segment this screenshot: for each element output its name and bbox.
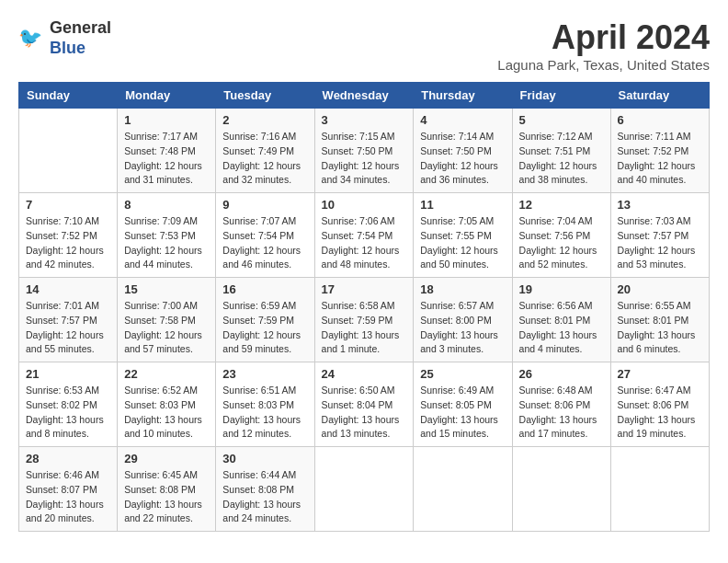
day-number: 16 [222,282,307,296]
day-number: 3 [322,113,407,127]
location-subtitle: Laguna Park, Texas, United States [497,57,710,73]
calendar-cell [314,447,414,532]
calendar-cell: 6Sunrise: 7:11 AM Sunset: 7:52 PM Daylig… [610,109,709,193]
calendar-week-5: 28Sunrise: 6:46 AM Sunset: 8:07 PM Dayli… [19,447,710,532]
logo: 🐦 General Blue [18,18,111,58]
day-info: Sunrise: 7:14 AM Sunset: 7:50 PM Dayligh… [420,130,505,188]
calendar-cell: 30Sunrise: 6:44 AM Sunset: 8:08 PM Dayli… [216,447,314,532]
calendar-cell: 28Sunrise: 6:46 AM Sunset: 8:07 PM Dayli… [19,447,118,532]
day-header-saturday: Saturday [610,83,709,109]
day-info: Sunrise: 6:57 AM Sunset: 8:00 PM Dayligh… [420,299,505,357]
day-info: Sunrise: 7:11 AM Sunset: 7:52 PM Dayligh… [618,130,702,188]
calendar-header: SundayMondayTuesdayWednesdayThursdayFrid… [19,83,710,109]
calendar-cell: 15Sunrise: 7:00 AM Sunset: 7:58 PM Dayli… [118,278,216,362]
calendar-cell: 1Sunrise: 7:17 AM Sunset: 7:48 PM Daylig… [118,109,216,193]
day-number: 15 [124,282,209,296]
calendar-table: SundayMondayTuesdayWednesdayThursdayFrid… [18,82,710,532]
day-info: Sunrise: 7:15 AM Sunset: 7:50 PM Dayligh… [322,130,407,188]
calendar-week-1: 1Sunrise: 7:17 AM Sunset: 7:48 PM Daylig… [19,109,710,193]
day-number: 20 [618,282,702,296]
calendar-cell: 20Sunrise: 6:55 AM Sunset: 8:01 PM Dayli… [610,278,709,362]
day-info: Sunrise: 6:45 AM Sunset: 8:08 PM Dayligh… [124,468,209,526]
calendar-cell: 26Sunrise: 6:48 AM Sunset: 8:06 PM Dayli… [512,362,610,447]
day-number: 22 [124,367,209,381]
calendar-week-2: 7Sunrise: 7:10 AM Sunset: 7:52 PM Daylig… [19,193,710,278]
day-number: 4 [420,113,505,127]
day-number: 1 [124,113,209,127]
day-number: 23 [222,367,307,381]
calendar-cell: 14Sunrise: 7:01 AM Sunset: 7:57 PM Dayli… [19,278,118,362]
calendar-cell: 24Sunrise: 6:50 AM Sunset: 8:04 PM Dayli… [314,362,414,447]
day-info: Sunrise: 7:10 AM Sunset: 7:52 PM Dayligh… [26,214,110,272]
day-info: Sunrise: 7:16 AM Sunset: 7:49 PM Dayligh… [222,130,307,188]
day-number: 2 [222,113,307,127]
day-info: Sunrise: 7:12 AM Sunset: 7:51 PM Dayligh… [519,130,604,188]
day-header-tuesday: Tuesday [216,83,314,109]
calendar-cell: 21Sunrise: 6:53 AM Sunset: 8:02 PM Dayli… [19,362,118,447]
calendar-cell: 16Sunrise: 6:59 AM Sunset: 7:59 PM Dayli… [216,278,314,362]
calendar-cell [414,447,512,532]
calendar-cell: 8Sunrise: 7:09 AM Sunset: 7:53 PM Daylig… [118,193,216,278]
day-info: Sunrise: 7:05 AM Sunset: 7:55 PM Dayligh… [420,214,505,272]
day-number: 28 [26,452,110,465]
day-number: 8 [124,198,209,212]
day-header-sunday: Sunday [19,83,118,109]
day-number: 21 [26,367,110,381]
calendar-cell: 4Sunrise: 7:14 AM Sunset: 7:50 PM Daylig… [414,109,512,193]
logo-text: General Blue [50,18,111,58]
day-number: 5 [519,113,604,127]
calendar-cell: 27Sunrise: 6:47 AM Sunset: 8:06 PM Dayli… [610,362,709,447]
day-info: Sunrise: 6:48 AM Sunset: 8:06 PM Dayligh… [519,384,604,442]
calendar-cell [610,447,709,532]
calendar-cell: 12Sunrise: 7:04 AM Sunset: 7:56 PM Dayli… [512,193,610,278]
day-info: Sunrise: 6:49 AM Sunset: 8:05 PM Dayligh… [420,384,505,442]
logo-icon: 🐦 [18,25,46,52]
day-header-thursday: Thursday [414,83,512,109]
day-number: 17 [322,282,407,296]
calendar-cell: 5Sunrise: 7:12 AM Sunset: 7:51 PM Daylig… [512,109,610,193]
day-number: 7 [26,198,110,212]
day-number: 9 [222,198,307,212]
day-number: 11 [420,198,505,212]
day-header-wednesday: Wednesday [314,83,414,109]
calendar-cell: 9Sunrise: 7:07 AM Sunset: 7:54 PM Daylig… [216,193,314,278]
calendar-cell [512,447,610,532]
day-info: Sunrise: 7:17 AM Sunset: 7:48 PM Dayligh… [124,130,209,188]
day-number: 25 [420,367,505,381]
day-header-friday: Friday [512,83,610,109]
calendar-cell: 13Sunrise: 7:03 AM Sunset: 7:57 PM Dayli… [610,193,709,278]
day-info: Sunrise: 7:01 AM Sunset: 7:57 PM Dayligh… [26,299,110,357]
calendar-week-3: 14Sunrise: 7:01 AM Sunset: 7:57 PM Dayli… [19,278,710,362]
day-info: Sunrise: 6:55 AM Sunset: 8:01 PM Dayligh… [618,299,702,357]
calendar-cell: 17Sunrise: 6:58 AM Sunset: 7:59 PM Dayli… [314,278,414,362]
day-number: 19 [519,282,604,296]
day-number: 13 [618,198,702,212]
day-info: Sunrise: 6:51 AM Sunset: 8:03 PM Dayligh… [222,384,307,442]
calendar-cell: 22Sunrise: 6:52 AM Sunset: 8:03 PM Dayli… [118,362,216,447]
day-info: Sunrise: 7:00 AM Sunset: 7:58 PM Dayligh… [124,299,209,357]
calendar-cell: 2Sunrise: 7:16 AM Sunset: 7:49 PM Daylig… [216,109,314,193]
day-info: Sunrise: 7:04 AM Sunset: 7:56 PM Dayligh… [519,214,604,272]
day-info: Sunrise: 6:53 AM Sunset: 8:02 PM Dayligh… [26,384,110,442]
header-row: SundayMondayTuesdayWednesdayThursdayFrid… [19,83,710,109]
svg-text:🐦: 🐦 [18,26,43,50]
day-number: 12 [519,198,604,212]
page-header: 🐦 General Blue April 2024 Laguna Park, T… [18,18,710,73]
calendar-cell: 29Sunrise: 6:45 AM Sunset: 8:08 PM Dayli… [118,447,216,532]
calendar-cell: 7Sunrise: 7:10 AM Sunset: 7:52 PM Daylig… [19,193,118,278]
day-number: 18 [420,282,505,296]
calendar-cell: 18Sunrise: 6:57 AM Sunset: 8:00 PM Dayli… [414,278,512,362]
day-info: Sunrise: 6:56 AM Sunset: 8:01 PM Dayligh… [519,299,604,357]
day-header-monday: Monday [118,83,216,109]
day-info: Sunrise: 7:06 AM Sunset: 7:54 PM Dayligh… [322,214,407,272]
calendar-cell: 3Sunrise: 7:15 AM Sunset: 7:50 PM Daylig… [314,109,414,193]
day-info: Sunrise: 6:59 AM Sunset: 7:59 PM Dayligh… [222,299,307,357]
day-info: Sunrise: 6:52 AM Sunset: 8:03 PM Dayligh… [124,384,209,442]
day-info: Sunrise: 7:03 AM Sunset: 7:57 PM Dayligh… [618,214,702,272]
day-info: Sunrise: 7:09 AM Sunset: 7:53 PM Dayligh… [124,214,209,272]
day-info: Sunrise: 6:58 AM Sunset: 7:59 PM Dayligh… [322,299,407,357]
calendar-week-4: 21Sunrise: 6:53 AM Sunset: 8:02 PM Dayli… [19,362,710,447]
day-number: 29 [124,452,209,465]
day-info: Sunrise: 6:46 AM Sunset: 8:07 PM Dayligh… [26,468,110,526]
logo-line2: Blue [50,39,111,59]
